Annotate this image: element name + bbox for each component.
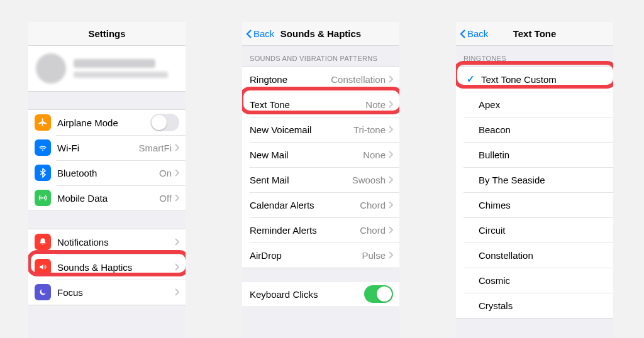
tone-row[interactable]: Cosmic [456, 268, 613, 293]
row-label: Calendar Alerts [248, 200, 360, 210]
bluetooth-row[interactable]: Bluetooth On [28, 160, 186, 185]
row-label: Text Tone [248, 99, 365, 110]
sound-row[interactable]: AirDropPulse [242, 243, 399, 268]
row-label: Notifications [57, 237, 174, 248]
chevron-right-icon [174, 287, 179, 298]
notifications-group: Notifications Sounds & Haptics Focus [28, 229, 186, 305]
back-button[interactable]: Back [460, 28, 488, 39]
chevron-right-icon [388, 74, 393, 85]
tone-row[interactable]: By The Seaside [456, 167, 613, 192]
row-label: Sent Mail [248, 175, 352, 185]
row-label: New Mail [248, 150, 363, 160]
wifi-row[interactable]: Wi-Fi SmartFi [28, 135, 186, 160]
sounds-haptics-row[interactable]: Sounds & Haptics [28, 254, 186, 280]
tone-row[interactable]: Chimes [456, 192, 613, 217]
row-label: Reminder Alerts [248, 225, 360, 236]
row-label: AirDrop [248, 250, 362, 261]
row-label: Bluetooth [57, 168, 159, 178]
chevron-right-icon [174, 262, 179, 273]
nav-bar: Settings [28, 22, 186, 46]
sound-row[interactable]: RingtoneConstellation [242, 67, 399, 92]
page-title: Sounds & Haptics [280, 28, 361, 39]
bluetooth-icon [35, 165, 51, 181]
tone-label: Constellation [465, 250, 607, 261]
ringtones-list: ✓Text Tone CustomApexBeaconBulletinBy Th… [456, 66, 613, 319]
focus-row[interactable]: Focus [28, 280, 186, 305]
tone-row[interactable]: Constellation [456, 243, 613, 268]
page-title: Text Tone [513, 28, 557, 39]
row-label: Keyboard Clicks [248, 289, 364, 300]
sound-row[interactable]: Text ToneNote [242, 92, 399, 117]
row-label: Focus [57, 287, 174, 298]
apple-id-profile[interactable] [28, 46, 186, 92]
row-label: New Voicemail [248, 124, 353, 135]
row-label: Mobile Data [57, 193, 159, 204]
back-button[interactable]: Back [246, 28, 274, 39]
speaker-icon [35, 259, 51, 275]
tone-label: Apex [465, 99, 607, 110]
sound-row[interactable]: Reminder AlertsChord [242, 217, 399, 243]
sound-row[interactable]: Sent MailSwoosh [242, 167, 399, 192]
tone-row[interactable]: Bulletin [456, 142, 613, 167]
sound-row[interactable]: Calendar AlertsChord [242, 192, 399, 217]
checkmark-icon: ✓ [465, 74, 476, 85]
row-value: On [159, 168, 172, 178]
row-label: Wi-Fi [57, 143, 139, 153]
row-value: None [363, 150, 386, 160]
tone-label: Chimes [465, 200, 607, 210]
page-title: Settings [88, 28, 125, 39]
keyboard-group: Keyboard Clicks [242, 281, 399, 307]
tone-row[interactable]: Circuit [456, 217, 613, 243]
tone-row[interactable]: Beacon [456, 117, 613, 142]
row-value: Chord [360, 225, 386, 236]
airplane-icon [35, 114, 51, 131]
connectivity-group: Airplane Mode Wi-Fi SmartFi Bluetooth On… [28, 109, 186, 211]
profile-name-blurred [74, 59, 155, 68]
chevron-right-icon [174, 143, 179, 153]
chevron-right-icon [388, 150, 393, 160]
bell-icon [35, 234, 51, 250]
keyboard-clicks-row[interactable]: Keyboard Clicks [242, 281, 399, 307]
tone-label: Bulletin [465, 150, 607, 160]
chevron-right-icon [388, 175, 393, 185]
chevron-right-icon [388, 200, 393, 210]
row-value: Constellation [331, 74, 386, 85]
section-header: RINGTONES [456, 46, 613, 66]
mobile-data-row[interactable]: Mobile Data Off [28, 185, 186, 210]
tone-row[interactable]: Apex [456, 92, 613, 117]
tone-row-selected[interactable]: ✓Text Tone Custom [456, 67, 613, 92]
tone-label: Cosmic [465, 275, 607, 286]
row-label: Ringtone [248, 74, 331, 85]
tone-row[interactable]: Crystals [456, 293, 613, 318]
chevron-right-icon [388, 225, 393, 236]
chevron-right-icon [388, 124, 393, 135]
row-label: Airplane Mode [57, 117, 150, 128]
sounds-haptics-screen: Back Sounds & Haptics SOUNDS AND VIBRATI… [242, 22, 399, 338]
sound-row[interactable]: New MailNone [242, 142, 399, 167]
chevron-right-icon [174, 237, 179, 248]
section-header: SOUNDS AND VIBRATION PATTERNS [242, 46, 399, 66]
row-value: Chord [360, 200, 386, 210]
sound-row[interactable]: New VoicemailTri-tone [242, 117, 399, 142]
text-tone-screen: Back Text Tone RINGTONES ✓Text Tone Cust… [456, 22, 613, 338]
settings-screen: Settings Airplane Mode Wi-Fi SmartFi [28, 22, 186, 338]
row-value: Tri-tone [353, 124, 386, 135]
svg-point-1 [42, 197, 43, 199]
airplane-toggle[interactable] [150, 114, 179, 131]
airplane-mode-row[interactable]: Airplane Mode [28, 110, 186, 135]
chevron-right-icon [388, 250, 393, 261]
chevron-right-icon [174, 193, 179, 204]
tone-label: Text Tone Custom [481, 74, 607, 85]
notifications-row[interactable]: Notifications [28, 229, 186, 254]
tone-label: Beacon [465, 124, 607, 135]
keyboard-clicks-toggle[interactable] [364, 285, 393, 303]
chevron-right-icon [388, 99, 393, 110]
row-value: Note [365, 99, 386, 110]
profile-sub-blurred [74, 72, 168, 78]
tone-label: Crystals [465, 300, 607, 311]
sounds-list: RingtoneConstellationText ToneNoteNew Vo… [242, 66, 399, 268]
nav-bar: Back Sounds & Haptics [242, 22, 399, 46]
tone-label: Circuit [465, 225, 607, 236]
row-value: SmartFi [139, 143, 172, 153]
row-value: Off [159, 193, 172, 204]
